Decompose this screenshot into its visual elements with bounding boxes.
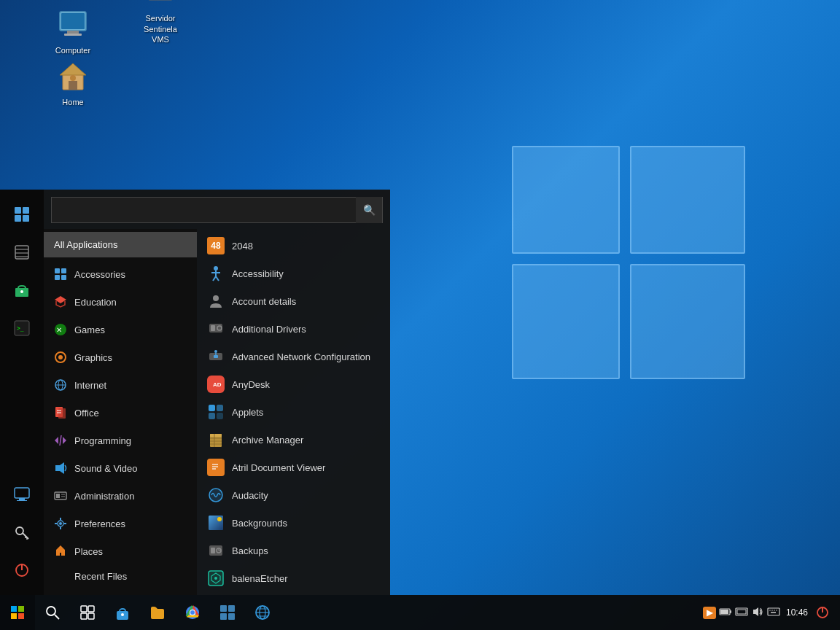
home-icon <box>55 59 90 94</box>
svg-marker-12 <box>60 63 86 75</box>
app-additional-drivers[interactable]: Additional Drivers <box>197 315 390 343</box>
svg-rect-84 <box>217 413 223 419</box>
app-icon-additional-drivers <box>207 320 225 338</box>
svg-text:AD: AD <box>213 381 222 388</box>
sidebar-display-icon[interactable] <box>4 477 39 512</box>
svg-point-113 <box>47 607 55 615</box>
category-preferences[interactable]: Preferences <box>44 510 197 537</box>
category-accessories[interactable]: Accessories <box>44 260 197 288</box>
app-icon-backgrounds <box>207 514 225 532</box>
category-sound-video[interactable]: Sound & Video <box>44 454 197 482</box>
category-education[interactable]: Education <box>44 288 197 316</box>
svg-rect-28 <box>19 498 25 500</box>
category-office[interactable]: Office <box>44 399 197 427</box>
taskbar-apps2-app[interactable] <box>210 595 245 630</box>
svg-rect-137 <box>720 610 728 614</box>
svg-rect-83 <box>209 413 215 419</box>
taskbar-chrome-app[interactable] <box>175 595 210 630</box>
taskbar-power-button[interactable] <box>811 595 834 630</box>
desktop-icon-home[interactable]: Home <box>44 59 102 107</box>
svg-point-61 <box>59 522 62 525</box>
taskbar-taskview-button[interactable] <box>70 595 105 630</box>
computer-icon <box>55 7 90 42</box>
tray-keyboard-icon[interactable] <box>767 605 780 621</box>
svg-line-70 <box>216 276 219 281</box>
app-icon-accessibility <box>207 265 225 282</box>
svg-line-114 <box>55 615 59 619</box>
app-atril[interactable]: Atril Document Viewer <box>197 454 390 481</box>
graphics-icon <box>52 349 69 365</box>
app-2048[interactable]: 48 2048 <box>197 232 390 260</box>
svg-rect-57 <box>56 494 60 498</box>
svg-rect-27 <box>15 488 29 498</box>
app-account-details[interactable]: Account details <box>197 287 390 315</box>
svg-marker-140 <box>753 607 758 616</box>
svg-marker-53 <box>63 437 66 444</box>
games-icon: ✕ <box>52 322 69 338</box>
app-balena-etcher[interactable]: balenaEtcher <box>197 564 390 592</box>
tray-volume-icon[interactable] <box>751 605 764 621</box>
tray-network-icon[interactable] <box>735 605 748 621</box>
app-archive-manager[interactable]: Archive Manager <box>197 426 390 454</box>
svg-marker-52 <box>55 437 58 444</box>
category-list: All Applications Accessories <box>44 229 197 595</box>
search-button[interactable]: 🔍 <box>356 197 382 223</box>
svg-rect-73 <box>211 325 215 331</box>
app-icon-account-details <box>207 292 225 310</box>
svg-text:>_: >_ <box>17 325 24 332</box>
sidebar-files-icon[interactable] <box>4 235 39 270</box>
svg-rect-82 <box>217 405 223 411</box>
desktop-icon-computer[interactable]: Computer <box>44 7 102 55</box>
desktop-icons-area: Computer Servidor Sentinela VMS <box>44 7 190 122</box>
taskbar-files-app[interactable] <box>140 595 175 630</box>
internet-icon <box>52 377 69 393</box>
svg-rect-109 <box>11 606 17 612</box>
app-icon-archive-manager <box>207 431 225 448</box>
category-internet[interactable]: Internet <box>44 371 197 399</box>
category-recent-files[interactable]: Recent Files <box>44 565 197 588</box>
system-clock[interactable]: 10:46 <box>786 607 808 619</box>
app-anydesk[interactable]: AD AnyDesk <box>197 370 390 398</box>
sound-video-icon <box>52 460 69 476</box>
sidebar-terminal-icon[interactable]: >_ <box>4 311 39 346</box>
app-backgrounds[interactable]: Backgrounds <box>197 509 390 537</box>
svg-rect-78 <box>214 355 218 358</box>
app-audacity[interactable]: Audacity <box>197 481 390 509</box>
app-applets[interactable]: Applets <box>197 398 390 426</box>
taskbar-network-app[interactable] <box>245 595 280 630</box>
svg-rect-18 <box>23 215 29 222</box>
svg-rect-17 <box>15 215 21 222</box>
app-icon-advanced-network <box>207 348 225 365</box>
taskbar-store-app[interactable] <box>105 595 140 630</box>
svg-rect-86 <box>210 434 222 437</box>
desktop-icon-servidor[interactable]: Servidor Sentinela VMS <box>131 0 190 44</box>
svg-rect-39 <box>61 275 66 280</box>
category-administration[interactable]: Administration <box>44 482 197 510</box>
all-apps-button[interactable]: All Applications <box>44 232 197 257</box>
tray-arrow-button[interactable]: ▶ <box>703 607 716 619</box>
start-button[interactable] <box>0 595 35 630</box>
search-input[interactable] <box>52 205 356 216</box>
app-icon-backups <box>207 542 225 559</box>
svg-rect-128 <box>220 613 227 620</box>
search-bar: 🔍 <box>51 197 383 223</box>
preferences-icon <box>52 516 69 532</box>
category-places[interactable]: Places <box>44 537 197 565</box>
tray-battery-icon[interactable] <box>719 605 732 621</box>
svg-rect-1 <box>61 13 85 29</box>
sidebar-apps-icon[interactable] <box>4 197 39 232</box>
sidebar-power-icon[interactable] <box>4 553 39 588</box>
svg-marker-55 <box>55 462 64 474</box>
app-accessibility[interactable]: Accessibility <box>197 260 390 287</box>
sidebar-store-icon[interactable] <box>4 273 39 308</box>
app-advanced-network[interactable]: Advanced Network Configuration <box>197 343 390 370</box>
svg-rect-2 <box>67 31 79 34</box>
start-menu-body: All Applications Accessories <box>44 229 390 595</box>
taskbar-search-button[interactable] <box>35 595 70 630</box>
category-graphics[interactable]: Graphics <box>44 343 197 371</box>
sidebar-key-icon[interactable] <box>4 515 39 550</box>
app-backups[interactable]: Backups <box>197 537 390 564</box>
category-programming[interactable]: Programming <box>44 427 197 454</box>
svg-rect-136 <box>730 610 731 613</box>
category-games[interactable]: ✕ Games <box>44 316 197 343</box>
